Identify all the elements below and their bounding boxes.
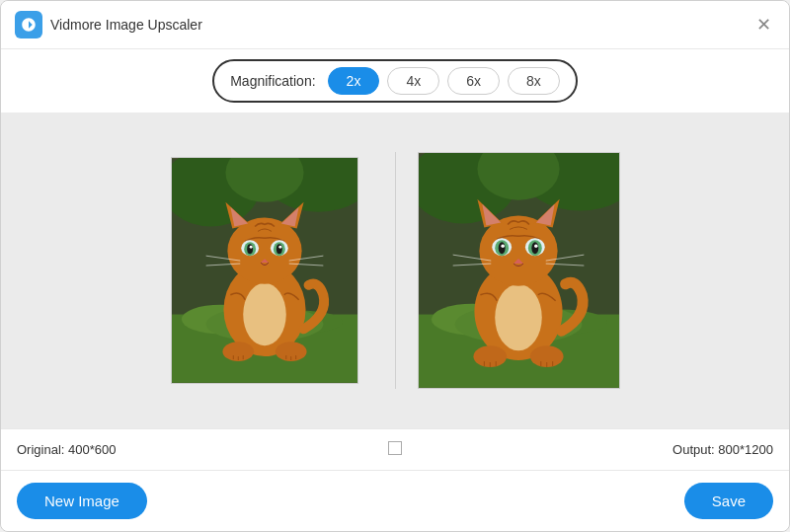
svg-point-20 [276,244,281,254]
svg-point-22 [278,246,281,249]
svg-point-10 [227,218,301,284]
svg-point-9 [243,283,286,345]
svg-point-46 [479,216,557,286]
svg-point-45 [495,284,542,350]
bottombar: New Image Save [1,470,789,531]
toolbar: Magnification: 2x 4x 6x 8x [1,49,789,113]
original-size-label: Original: 400*600 [17,442,388,457]
app-icon [15,11,42,38]
original-image-panel [171,157,358,384]
svg-point-56 [531,242,538,254]
new-image-button[interactable]: New Image [17,483,147,519]
titlebar: Vidmore Image Upscaler ✕ [1,1,789,49]
output-kitten-svg [419,153,619,388]
output-size-label: Output: 800*1200 [402,442,773,457]
mag-btn-4x[interactable]: 4x [387,67,439,95]
svg-point-19 [247,244,253,254]
statusbar: Original: 400*600 Output: 800*1200 [1,428,789,470]
app-window: Vidmore Image Upscaler ✕ Magnification: … [0,0,790,532]
original-kitten-svg [172,158,357,383]
svg-point-57 [501,244,505,248]
mag-btn-6x[interactable]: 6x [447,67,500,95]
svg-point-58 [534,244,538,248]
app-logo-icon [20,16,38,34]
svg-point-21 [249,246,252,249]
close-button[interactable]: ✕ [751,13,775,37]
output-image [418,152,620,389]
save-button[interactable]: Save [684,483,773,519]
mag-btn-8x[interactable]: 8x [508,67,560,95]
output-image-panel [418,152,620,389]
divider-line [395,152,396,389]
main-content [1,113,789,428]
compare-checkbox-area [388,441,402,458]
app-title: Vidmore Image Upscaler [50,17,751,33]
magnification-group: Magnification: 2x 4x 6x 8x [212,59,578,103]
original-image [171,157,358,384]
compare-checkbox[interactable] [388,441,402,455]
magnification-label: Magnification: [230,73,315,89]
svg-point-55 [498,242,505,254]
mag-btn-2x[interactable]: 2x [328,67,380,95]
